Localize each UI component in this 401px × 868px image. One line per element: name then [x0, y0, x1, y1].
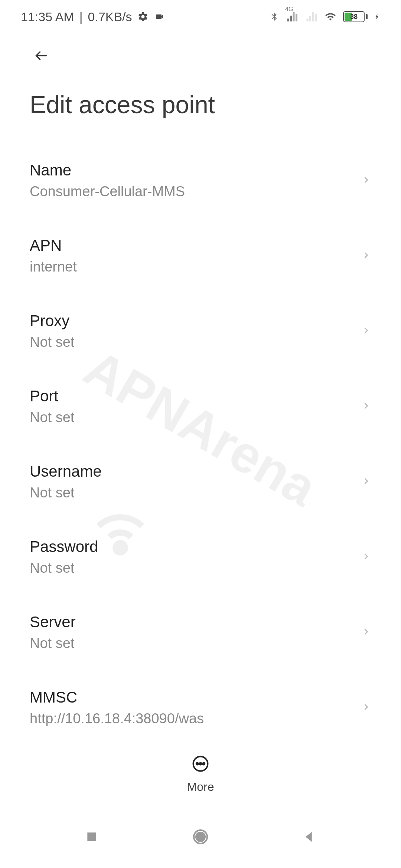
battery-indicator: 38: [343, 11, 368, 22]
bluetooth-icon: [270, 11, 279, 23]
more-icon: [191, 754, 210, 775]
signal-no-sim-icon: [304, 11, 318, 22]
setting-value: internet: [30, 259, 77, 275]
signal-4g-icon: 4G: [285, 11, 299, 22]
setting-label: MMSC: [30, 688, 204, 706]
circle-icon: [192, 828, 209, 846]
network-type-label: 4G: [285, 6, 293, 13]
svg-point-4: [199, 763, 201, 765]
setting-value: Not set: [30, 635, 76, 651]
setting-value: Not set: [30, 485, 102, 501]
setting-value: http://10.16.18.4:38090/was: [30, 711, 204, 727]
more-label: More: [187, 780, 214, 794]
wifi-icon: [324, 11, 337, 22]
setting-label: Password: [30, 538, 98, 556]
setting-value: Consumer-Cellular-MMS: [30, 184, 185, 200]
setting-label: Name: [30, 161, 185, 179]
arrow-left-icon: [30, 48, 53, 63]
setting-value: Not set: [30, 334, 74, 350]
setting-label: Server: [30, 613, 76, 631]
square-icon: [84, 829, 99, 844]
svg-point-8: [196, 832, 205, 841]
battery-percent: 38: [344, 12, 364, 22]
more-button[interactable]: More: [187, 754, 214, 794]
setting-value: Not set: [30, 560, 98, 576]
chevron-right-icon: [361, 549, 371, 565]
setting-label: Proxy: [30, 312, 74, 330]
setting-label: APN: [30, 237, 77, 254]
nav-recent-button[interactable]: [77, 822, 107, 852]
setting-value: Not set: [30, 410, 74, 425]
setting-row-port[interactable]: Port Not set: [30, 372, 371, 448]
status-bar: 11:35 AM | 0.7KB/s 4G 38: [0, 0, 401, 33]
chevron-right-icon: [361, 700, 371, 716]
chevron-right-icon: [361, 248, 371, 264]
setting-row-username[interactable]: Username Not set: [30, 448, 371, 523]
status-network-speed: 0.7KB/s: [88, 10, 132, 24]
status-right: 4G 38: [270, 11, 380, 23]
chevron-right-icon: [361, 624, 371, 641]
triangle-left-icon: [302, 829, 317, 844]
nav-bar: [0, 805, 401, 868]
nav-back-button[interactable]: [294, 822, 324, 852]
gear-icon: [137, 11, 149, 22]
nav-home-button[interactable]: [186, 822, 215, 852]
page-title: Edit access point: [0, 72, 401, 148]
back-button[interactable]: [0, 33, 401, 72]
svg-rect-6: [87, 832, 96, 841]
video-icon: [154, 12, 166, 21]
setting-row-name[interactable]: Name Consumer-Cellular-MMS: [30, 147, 371, 222]
setting-label: Port: [30, 387, 74, 405]
svg-point-5: [203, 763, 205, 765]
chevron-right-icon: [361, 172, 371, 189]
status-separator: |: [79, 10, 83, 24]
svg-point-3: [196, 763, 198, 765]
setting-row-mmsc[interactable]: MMSC http://10.16.18.4:38090/was: [30, 674, 371, 749]
setting-row-apn[interactable]: APN internet: [30, 222, 371, 297]
charging-icon: [374, 11, 380, 22]
settings-list: Name Consumer-Cellular-MMS APN internet …: [0, 147, 401, 757]
bottom-bar: More: [0, 747, 401, 801]
status-time: 11:35 AM: [21, 10, 74, 24]
setting-row-proxy[interactable]: Proxy Not set: [30, 297, 371, 372]
chevron-right-icon: [361, 398, 371, 415]
setting-row-server[interactable]: Server Not set: [30, 598, 371, 674]
setting-row-password[interactable]: Password Not set: [30, 523, 371, 598]
chevron-right-icon: [361, 323, 371, 339]
chevron-right-icon: [361, 474, 371, 490]
status-left: 11:35 AM | 0.7KB/s: [21, 10, 166, 24]
setting-label: Username: [30, 463, 102, 480]
